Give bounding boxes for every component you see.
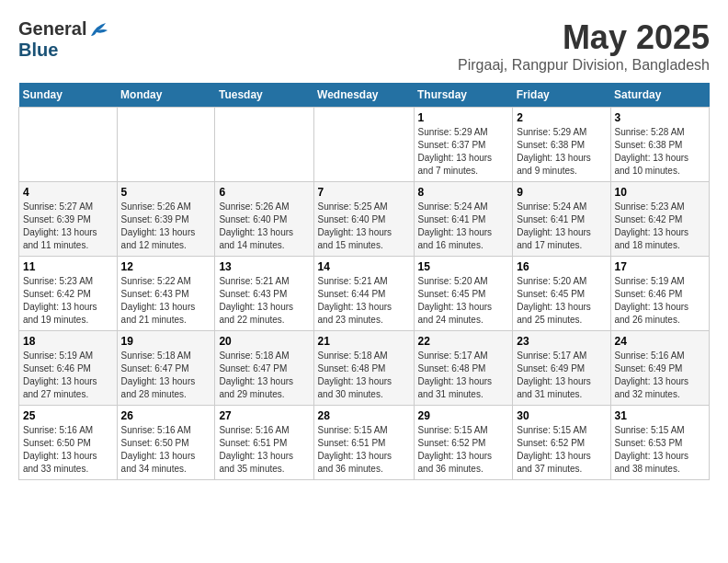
week-row-2: 11Sunrise: 5:23 AM Sunset: 6:42 PM Dayli… <box>19 257 710 331</box>
header-friday: Friday <box>513 83 610 108</box>
day-info: Sunrise: 5:19 AM Sunset: 6:46 PM Dayligh… <box>23 350 113 401</box>
calendar-cell: 1Sunrise: 5:29 AM Sunset: 6:37 PM Daylig… <box>414 108 513 182</box>
calendar-cell: 23Sunrise: 5:17 AM Sunset: 6:49 PM Dayli… <box>513 331 610 406</box>
calendar-cell: 25Sunrise: 5:16 AM Sunset: 6:50 PM Dayli… <box>19 406 118 480</box>
day-info: Sunrise: 5:18 AM Sunset: 6:47 PM Dayligh… <box>219 350 309 401</box>
calendar-cell: 3Sunrise: 5:28 AM Sunset: 6:38 PM Daylig… <box>610 108 710 182</box>
logo: General Blue <box>18 18 109 61</box>
location-title: Pirgaaj, Rangpur Division, Bangladesh <box>458 57 710 74</box>
day-number: 11 <box>23 260 113 273</box>
day-info: Sunrise: 5:22 AM Sunset: 6:43 PM Dayligh… <box>121 275 211 327</box>
day-number: 6 <box>219 186 309 199</box>
week-row-0: 1Sunrise: 5:29 AM Sunset: 6:37 PM Daylig… <box>19 108 710 182</box>
calendar-cell: 20Sunrise: 5:18 AM Sunset: 6:47 PM Dayli… <box>215 331 313 406</box>
day-number: 17 <box>615 260 706 273</box>
day-info: Sunrise: 5:19 AM Sunset: 6:46 PM Dayligh… <box>615 275 706 327</box>
header-thursday: Thursday <box>414 83 513 108</box>
day-number: 23 <box>517 335 606 348</box>
calendar-cell: 15Sunrise: 5:20 AM Sunset: 6:45 PM Dayli… <box>414 257 513 331</box>
calendar-cell: 4Sunrise: 5:27 AM Sunset: 6:39 PM Daylig… <box>19 182 118 257</box>
day-info: Sunrise: 5:29 AM Sunset: 6:37 PM Dayligh… <box>418 126 509 178</box>
day-number: 30 <box>517 409 606 422</box>
calendar-cell: 28Sunrise: 5:15 AM Sunset: 6:51 PM Dayli… <box>313 406 414 480</box>
calendar-cell: 16Sunrise: 5:20 AM Sunset: 6:45 PM Dayli… <box>513 257 610 331</box>
day-info: Sunrise: 5:20 AM Sunset: 6:45 PM Dayligh… <box>517 275 606 327</box>
calendar-cell: 6Sunrise: 5:26 AM Sunset: 6:40 PM Daylig… <box>215 182 313 257</box>
day-info: Sunrise: 5:17 AM Sunset: 6:48 PM Dayligh… <box>418 350 509 401</box>
day-info: Sunrise: 5:23 AM Sunset: 6:42 PM Dayligh… <box>615 201 706 252</box>
day-number: 16 <box>517 260 606 273</box>
day-number: 19 <box>121 335 211 348</box>
calendar-cell: 26Sunrise: 5:16 AM Sunset: 6:50 PM Dayli… <box>117 406 215 480</box>
day-info: Sunrise: 5:15 AM Sunset: 6:53 PM Dayligh… <box>615 424 706 476</box>
day-info: Sunrise: 5:16 AM Sunset: 6:49 PM Dayligh… <box>615 350 706 401</box>
day-info: Sunrise: 5:29 AM Sunset: 6:38 PM Dayligh… <box>517 126 606 178</box>
day-info: Sunrise: 5:26 AM Sunset: 6:39 PM Dayligh… <box>121 201 211 252</box>
calendar-cell: 14Sunrise: 5:21 AM Sunset: 6:44 PM Dayli… <box>313 257 414 331</box>
day-number: 3 <box>615 111 706 124</box>
calendar-cell <box>19 108 118 182</box>
day-info: Sunrise: 5:26 AM Sunset: 6:40 PM Dayligh… <box>219 201 309 252</box>
calendar-cell: 5Sunrise: 5:26 AM Sunset: 6:39 PM Daylig… <box>117 182 215 257</box>
logo-general: General <box>18 18 86 40</box>
day-number: 14 <box>318 260 410 273</box>
header-tuesday: Tuesday <box>215 83 313 108</box>
calendar-cell: 9Sunrise: 5:24 AM Sunset: 6:41 PM Daylig… <box>513 182 610 257</box>
day-info: Sunrise: 5:18 AM Sunset: 6:48 PM Dayligh… <box>318 350 410 401</box>
calendar-cell: 7Sunrise: 5:25 AM Sunset: 6:40 PM Daylig… <box>313 182 414 257</box>
day-info: Sunrise: 5:17 AM Sunset: 6:49 PM Dayligh… <box>517 350 606 401</box>
day-info: Sunrise: 5:15 AM Sunset: 6:52 PM Dayligh… <box>418 424 509 476</box>
calendar-table: SundayMondayTuesdayWednesdayThursdayFrid… <box>18 83 710 480</box>
day-number: 15 <box>418 260 509 273</box>
header-wednesday: Wednesday <box>313 83 414 108</box>
calendar-cell: 27Sunrise: 5:16 AM Sunset: 6:51 PM Dayli… <box>215 406 313 480</box>
calendar-cell <box>313 108 414 182</box>
day-number: 28 <box>318 409 410 422</box>
day-number: 4 <box>23 186 113 199</box>
calendar-cell: 22Sunrise: 5:17 AM Sunset: 6:48 PM Dayli… <box>414 331 513 406</box>
calendar-cell: 11Sunrise: 5:23 AM Sunset: 6:42 PM Dayli… <box>19 257 118 331</box>
day-number: 7 <box>318 186 410 199</box>
calendar-cell: 19Sunrise: 5:18 AM Sunset: 6:47 PM Dayli… <box>117 331 215 406</box>
day-number: 26 <box>121 409 211 422</box>
day-number: 25 <box>23 409 113 422</box>
day-number: 20 <box>219 335 309 348</box>
day-info: Sunrise: 5:21 AM Sunset: 6:43 PM Dayligh… <box>219 275 309 327</box>
logo-bird-icon <box>89 21 109 38</box>
header-saturday: Saturday <box>610 83 710 108</box>
calendar-cell: 10Sunrise: 5:23 AM Sunset: 6:42 PM Dayli… <box>610 182 710 257</box>
week-row-4: 25Sunrise: 5:16 AM Sunset: 6:50 PM Dayli… <box>19 406 710 480</box>
calendar-cell: 8Sunrise: 5:24 AM Sunset: 6:41 PM Daylig… <box>414 182 513 257</box>
day-number: 2 <box>517 111 606 124</box>
calendar-cell: 21Sunrise: 5:18 AM Sunset: 6:48 PM Dayli… <box>313 331 414 406</box>
logo-blue: Blue <box>18 40 58 60</box>
day-number: 29 <box>418 409 509 422</box>
day-number: 5 <box>121 186 211 199</box>
calendar-cell <box>215 108 313 182</box>
day-number: 27 <box>219 409 309 422</box>
calendar-cell <box>117 108 215 182</box>
calendar-cell: 31Sunrise: 5:15 AM Sunset: 6:53 PM Dayli… <box>610 406 710 480</box>
day-info: Sunrise: 5:28 AM Sunset: 6:38 PM Dayligh… <box>615 126 706 178</box>
title-area: May 2025 Pirgaaj, Rangpur Division, Bang… <box>458 18 710 74</box>
day-info: Sunrise: 5:16 AM Sunset: 6:50 PM Dayligh… <box>121 424 211 476</box>
day-info: Sunrise: 5:15 AM Sunset: 6:51 PM Dayligh… <box>318 424 410 476</box>
day-info: Sunrise: 5:24 AM Sunset: 6:41 PM Dayligh… <box>418 201 509 252</box>
calendar-cell: 29Sunrise: 5:15 AM Sunset: 6:52 PM Dayli… <box>414 406 513 480</box>
day-number: 9 <box>517 186 606 199</box>
header-monday: Monday <box>117 83 215 108</box>
day-info: Sunrise: 5:24 AM Sunset: 6:41 PM Dayligh… <box>517 201 606 252</box>
week-row-1: 4Sunrise: 5:27 AM Sunset: 6:39 PM Daylig… <box>19 182 710 257</box>
day-number: 1 <box>418 111 509 124</box>
calendar-cell: 12Sunrise: 5:22 AM Sunset: 6:43 PM Dayli… <box>117 257 215 331</box>
calendar-cell: 2Sunrise: 5:29 AM Sunset: 6:38 PM Daylig… <box>513 108 610 182</box>
day-number: 13 <box>219 260 309 273</box>
day-number: 31 <box>615 409 706 422</box>
day-info: Sunrise: 5:15 AM Sunset: 6:52 PM Dayligh… <box>517 424 606 476</box>
header-sunday: Sunday <box>19 83 118 108</box>
calendar-cell: 17Sunrise: 5:19 AM Sunset: 6:46 PM Dayli… <box>610 257 710 331</box>
day-number: 8 <box>418 186 509 199</box>
calendar-cell: 24Sunrise: 5:16 AM Sunset: 6:49 PM Dayli… <box>610 331 710 406</box>
calendar-cell: 18Sunrise: 5:19 AM Sunset: 6:46 PM Dayli… <box>19 331 118 406</box>
day-info: Sunrise: 5:27 AM Sunset: 6:39 PM Dayligh… <box>23 201 113 252</box>
